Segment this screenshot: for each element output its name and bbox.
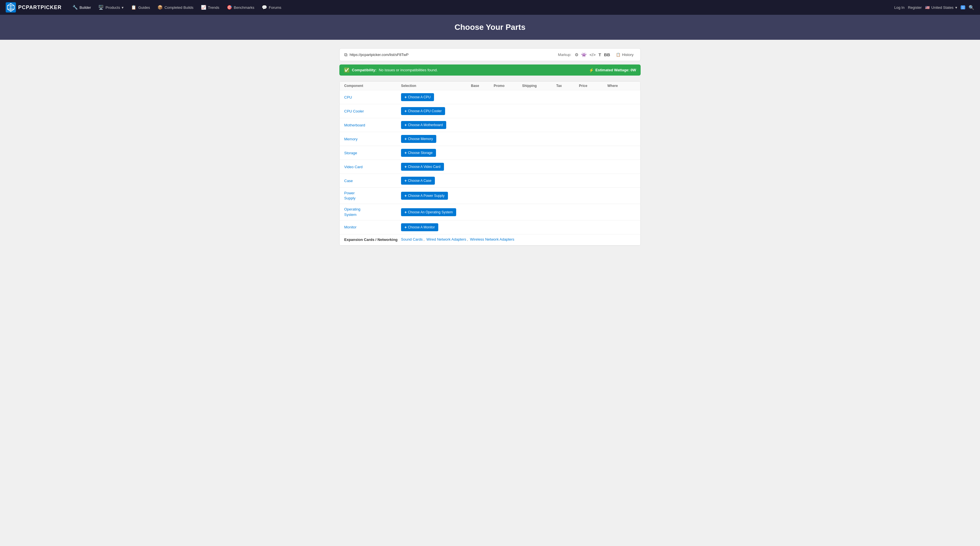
code-markup-icon[interactable]: </> [589, 52, 596, 57]
header-shipping: Shipping [522, 84, 556, 88]
pcpp-markup-icon[interactable]: ⚙ [575, 52, 578, 57]
compat-status: ✅ Compatibility: No issues or incompatib… [344, 67, 438, 73]
wireless-adapters-link[interactable]: Wireless Network Adapters [469, 237, 514, 241]
header-price: Price [579, 84, 608, 88]
nav-item-guides[interactable]: 📋 Guides [127, 3, 153, 12]
table-row: CPU + Choose A CPU [340, 90, 640, 104]
login-link[interactable]: Log In [894, 5, 904, 10]
markup-section: Markup: ⚙ 👾 </> T BB 📋 History [558, 51, 636, 58]
navbar-right: Log In Register 🇺🇸 United States ▾ 1 🔍 [894, 5, 974, 10]
component-storage[interactable]: Storage [344, 151, 401, 155]
selection-motherboard: + Choose A Motherboard [401, 121, 471, 129]
search-icon[interactable]: 🔍 [969, 5, 974, 10]
nav-item-products[interactable]: 🖥️ Products ▾ [95, 3, 127, 12]
wattage-display: ⚡ Estimated Wattage: 0W [589, 68, 636, 73]
nav-item-completed-builds[interactable]: 📦 Completed Builds [154, 3, 197, 12]
trends-icon: 📈 [201, 5, 206, 10]
user-badge[interactable]: 1 [961, 5, 965, 10]
url-bar: ⧉ https://pcpartpicker.com/list/sF8TwP M… [339, 48, 641, 61]
choose-memory-button[interactable]: + Choose Memory [401, 135, 436, 143]
nav-item-benchmarks[interactable]: 🎯 Benchmarks [223, 3, 258, 12]
table-row: Storage + Choose Storage [340, 146, 640, 160]
expansion-links: Sound Cards , Wired Network Adapters , W… [401, 237, 636, 241]
table-row: Video Card + Choose A Video Card [340, 160, 640, 174]
choose-cpu-cooler-button[interactable]: + Choose A CPU Cooler [401, 107, 445, 115]
choose-monitor-button[interactable]: + Choose A Monitor [401, 223, 438, 231]
dropdown-arrow-icon: ▾ [122, 5, 124, 10]
wired-adapters-link[interactable]: Wired Network Adapters [425, 237, 466, 241]
table-header: Component Selection Base Promo Shipping … [340, 81, 640, 90]
choose-power-supply-button[interactable]: + Choose A Power Supply [401, 192, 448, 200]
copy-icon[interactable]: ⧉ [344, 52, 347, 57]
nav-item-trends[interactable]: 📈 Trends [197, 3, 223, 12]
table-row: Case + Choose A Case [340, 174, 640, 188]
choose-case-button[interactable]: + Choose A Case [401, 177, 435, 185]
table-row: CPU Cooler + Choose A CPU Cooler [340, 104, 640, 118]
main-content: ⧉ https://pcpartpicker.com/list/sF8TwP M… [334, 48, 646, 246]
navbar-left: PCPARTPICKER 🔧 Builder 🖥️ Products ▾ 📋 G… [6, 2, 285, 13]
component-video-card[interactable]: Video Card [344, 165, 401, 169]
plus-icon: + [404, 194, 407, 198]
plus-icon: + [404, 225, 407, 230]
reddit-markup-icon[interactable]: 👾 [581, 52, 587, 57]
table-row: PowerSupply + Choose A Power Supply [340, 188, 640, 204]
nav-links: 🔧 Builder 🖥️ Products ▾ 📋 Guides 📦 Compl… [69, 3, 285, 12]
logo[interactable]: PCPARTPICKER [6, 2, 62, 13]
region-label: United States [931, 5, 954, 10]
selection-case: + Choose A Case [401, 177, 471, 185]
component-cpu-cooler[interactable]: CPU Cooler [344, 109, 401, 113]
component-monitor[interactable]: Monitor [344, 225, 401, 229]
selection-cpu-cooler: + Choose A CPU Cooler [401, 107, 471, 115]
plus-icon: + [404, 136, 407, 141]
bb-markup-icon[interactable]: BB [604, 52, 610, 57]
plus-icon: + [404, 178, 407, 183]
header-selection: Selection [401, 84, 471, 88]
choose-os-button[interactable]: + Choose An Operating System [401, 208, 456, 216]
history-icon: 📋 [616, 52, 620, 57]
plus-icon: + [404, 151, 407, 155]
compat-check-icon: ✅ [344, 67, 350, 73]
products-icon: 🖥️ [98, 5, 104, 10]
nav-item-forums[interactable]: 💬 Forums [258, 3, 285, 12]
forums-icon: 💬 [262, 5, 267, 10]
region-selector[interactable]: 🇺🇸 United States ▾ [925, 5, 957, 10]
plus-icon: + [404, 95, 407, 99]
selection-storage: + Choose Storage [401, 149, 471, 157]
region-dropdown-icon: ▾ [955, 5, 957, 10]
flag-icon: 🇺🇸 [925, 5, 930, 10]
component-memory[interactable]: Memory [344, 137, 401, 141]
nav-item-builder[interactable]: 🔧 Builder [69, 3, 94, 12]
logo-icon [6, 2, 16, 13]
builder-icon: 🔧 [73, 5, 78, 10]
compat-message: No issues or incompatibilities found. [379, 68, 438, 72]
component-operating-system[interactable]: OperatingSystem [344, 207, 401, 217]
sound-cards-link[interactable]: Sound Cards [401, 237, 423, 241]
selection-monitor: + Choose A Monitor [401, 223, 471, 231]
selection-operating-system: + Choose An Operating System [401, 208, 471, 216]
history-button[interactable]: 📋 History [614, 51, 636, 58]
register-link[interactable]: Register [908, 5, 921, 10]
url-text: https://pcpartpicker.com/list/sF8TwP [350, 52, 409, 57]
wattage-label: Estimated Wattage: 0W [595, 68, 636, 72]
header-promo: Promo [494, 84, 522, 88]
component-cpu[interactable]: CPU [344, 95, 401, 99]
guides-icon: 📋 [131, 5, 137, 10]
choose-video-card-button[interactable]: + Choose A Video Card [401, 163, 444, 171]
expansion-row: Expansion Cards / Networking Sound Cards… [340, 234, 640, 246]
component-case[interactable]: Case [344, 179, 401, 183]
lightning-icon: ⚡ [589, 68, 594, 73]
markup-icons: ⚙ 👾 </> T BB [575, 52, 610, 57]
text-markup-icon[interactable]: T [598, 52, 601, 57]
choose-cpu-button[interactable]: + Choose A CPU [401, 93, 434, 101]
navbar: PCPARTPICKER 🔧 Builder 🖥️ Products ▾ 📋 G… [0, 0, 980, 15]
component-motherboard[interactable]: Motherboard [344, 123, 401, 127]
plus-icon: + [404, 165, 407, 169]
choose-storage-button[interactable]: + Choose Storage [401, 149, 436, 157]
choose-motherboard-button[interactable]: + Choose A Motherboard [401, 121, 446, 129]
benchmarks-icon: 🎯 [227, 5, 232, 10]
page-title: Choose Your Parts [6, 23, 974, 32]
table-row: OperatingSystem + Choose An Operating Sy… [340, 204, 640, 220]
logo-text: PCPARTPICKER [18, 5, 62, 11]
table-row: Motherboard + Choose A Motherboard [340, 118, 640, 132]
component-power-supply[interactable]: PowerSupply [344, 190, 401, 201]
